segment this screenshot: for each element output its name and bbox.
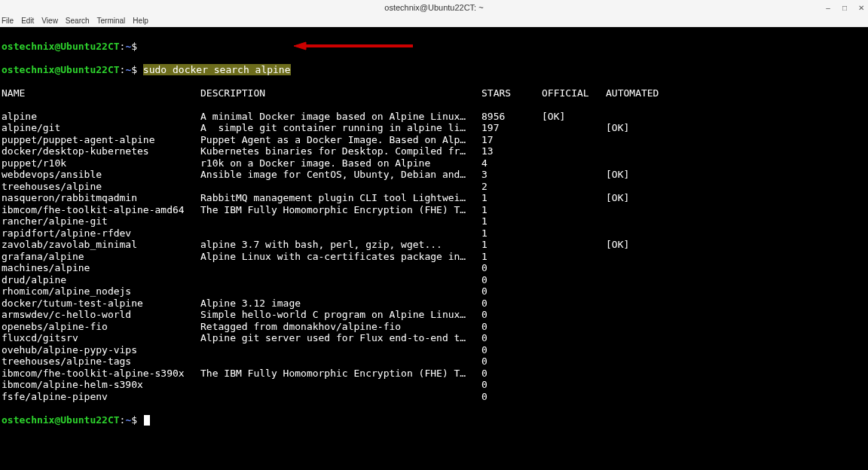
close-button[interactable]: ✕ xyxy=(857,4,865,11)
table-row: docker/desktop-kubernetesKubernetes bina… xyxy=(2,145,866,157)
cell-name: ibmcom/alpine-helm-s390x xyxy=(2,379,200,391)
cell-desc: RabbitMQ management plugin CLI tool Ligh… xyxy=(200,192,481,204)
cell-stars: 0 xyxy=(481,298,542,310)
cell-desc: Alpine 3.12 image xyxy=(200,298,481,310)
table-row: rapidfort/alpine-rfdev1 xyxy=(2,227,866,240)
cell-name: openebs/alpine-fio xyxy=(2,321,200,333)
menu-search[interactable]: Search xyxy=(66,17,90,25)
cell-name: grafana/alpine xyxy=(2,251,200,263)
table-row: treehouses/alpine-tags0 xyxy=(2,356,866,368)
cell-name: treehouses/alpine-tags xyxy=(2,356,200,368)
cell-desc: Kubernetes binaries for Desktop. Compile… xyxy=(200,145,481,157)
cell-desc: The IBM Fully Homomorphic Encryption (FH… xyxy=(200,204,481,216)
cell-stars: 2 xyxy=(481,181,542,193)
cell-name: rapidfort/alpine-rfdev xyxy=(2,227,200,240)
table-row: puppet/r10kr10k on a Docker image. Based… xyxy=(2,157,866,169)
cell-name: rancher/alpine-git xyxy=(2,215,200,227)
cell-name: puppet/puppet-agent-alpine xyxy=(2,134,200,146)
cell-stars: 0 xyxy=(481,391,542,403)
cell-desc: r10k on a Docker image. Based on Alpine xyxy=(200,157,481,169)
table-row: zavolab/zavolab_minimalalpine 3.7 with b… xyxy=(2,239,866,251)
cell-desc: Alpine Linux with ca-certificates packag… xyxy=(200,251,481,263)
cell-name: puppet/r10k xyxy=(2,157,200,169)
table-row: rancher/alpine-git1 xyxy=(2,215,866,227)
header-name: NAME xyxy=(2,87,200,99)
table-row: grafana/alpineAlpine Linux with ca-certi… xyxy=(2,251,866,263)
cell-name: treehouses/alpine xyxy=(2,181,200,193)
table-header: NAMEDESCRIPTIONSTARSOFFICIALAUTOMATED xyxy=(2,87,866,99)
cell-stars: 3 xyxy=(481,169,542,181)
menu-bar: File Edit View Search Terminal Help xyxy=(0,15,868,27)
cell-name: drud/alpine xyxy=(2,274,200,286)
table-row: rhomicom/alpine_nodejs0 xyxy=(2,285,866,298)
cell-stars: 17 xyxy=(481,134,542,146)
cell-desc: Simple hello-world C program on Alpine L… xyxy=(200,309,481,321)
terminal-viewport[interactable]: ostechnix@Ubuntu22CT:~$ ostechnix@Ubuntu… xyxy=(0,27,868,470)
menu-file[interactable]: File xyxy=(2,17,14,25)
prompt-line-final: ostechnix@Ubuntu22CT:~$ xyxy=(2,414,866,426)
cell-stars: 0 xyxy=(481,332,542,344)
cell-stars: 0 xyxy=(481,262,542,274)
table-row: fluxcd/gitsrvAlpine git server used for … xyxy=(2,332,866,344)
cell-stars: 1 xyxy=(481,239,542,251)
cell-stars: 1 xyxy=(481,251,542,263)
cell-name: machines/alpine xyxy=(2,262,200,274)
window-titlebar: ostechnix@Ubuntu22CT: ~ – □ ✕ xyxy=(0,0,868,15)
cell-official: [OK] xyxy=(542,111,606,123)
cell-desc: Ansible image for CentOS, Ubunty, Debian… xyxy=(200,169,481,181)
cell-desc: alpine 3.7 with bash, perl, gzip, wget..… xyxy=(200,239,481,251)
cell-desc: Retagged from dmonakhov/alpine-fio xyxy=(200,321,481,333)
cell-stars: 0 xyxy=(481,344,542,356)
table-row: drud/alpine0 xyxy=(2,274,866,286)
cell-stars: 0 xyxy=(481,309,542,321)
cell-name: rhomicom/alpine_nodejs xyxy=(2,285,200,298)
cell-automated: [OK] xyxy=(606,122,674,134)
table-row: ibmcom/fhe-toolkit-alpine-s390xThe IBM F… xyxy=(2,368,866,380)
cell-desc: A simple git container running in alpine… xyxy=(200,122,481,134)
table-row: treehouses/alpine2 xyxy=(2,181,866,193)
header-stars: STARS xyxy=(481,87,542,99)
cell-name: docker/desktop-kubernetes xyxy=(2,145,200,157)
window-controls: – □ ✕ xyxy=(824,4,865,11)
header-description: DESCRIPTION xyxy=(200,87,481,99)
cell-stars: 13 xyxy=(481,145,542,157)
cell-name: webdevops/ansible xyxy=(2,169,200,181)
prompt-line-command: ostechnix@Ubuntu22CT:~$ sudo docker sear… xyxy=(2,64,866,76)
cell-stars: 0 xyxy=(481,285,542,298)
table-row: ibmcom/fhe-toolkit-alpine-amd64The IBM F… xyxy=(2,204,866,216)
cell-name: docker/tutum-test-alpine xyxy=(2,298,200,310)
cell-stars: 197 xyxy=(481,122,542,134)
cell-name: ovehub/alpine-pypy-vips xyxy=(2,344,200,356)
menu-help[interactable]: Help xyxy=(133,17,148,25)
cell-desc: Alpine git server used for Flux end-to-e… xyxy=(200,332,481,344)
menu-edit[interactable]: Edit xyxy=(21,17,34,25)
table-row: webdevops/ansibleAnsible image for CentO… xyxy=(2,169,866,181)
table-row: ovehub/alpine-pypy-vips0 xyxy=(2,344,866,356)
maximize-button[interactable]: □ xyxy=(841,4,848,11)
menu-view[interactable]: View xyxy=(41,17,58,25)
cell-name: fluxcd/gitsrv xyxy=(2,332,200,344)
table-row: alpine/gitA simple git container running… xyxy=(2,122,866,134)
cell-desc: A minimal Docker image based on Alpine L… xyxy=(200,111,481,123)
menu-terminal[interactable]: Terminal xyxy=(97,17,126,25)
cell-name: alpine xyxy=(2,111,200,123)
table-row: armswdev/c-hello-worldSimple hello-world… xyxy=(2,309,866,321)
cell-stars: 1 xyxy=(481,192,542,204)
header-automated: AUTOMATED xyxy=(606,87,674,99)
cell-desc: The IBM Fully Homomorphic Encryption (FH… xyxy=(200,368,481,380)
cell-automated: [OK] xyxy=(606,169,674,181)
cell-name: ibmcom/fhe-toolkit-alpine-s390x xyxy=(2,368,200,380)
minimize-button[interactable]: – xyxy=(824,4,832,11)
cell-stars: 0 xyxy=(481,368,542,380)
cell-stars: 0 xyxy=(481,274,542,286)
cell-name: zavolab/zavolab_minimal xyxy=(2,239,200,251)
table-row: machines/alpine0 xyxy=(2,262,866,274)
header-official: OFFICIAL xyxy=(542,87,606,99)
cell-desc: Puppet Agent as a Docker Image. Based on… xyxy=(200,134,481,146)
cell-stars: 1 xyxy=(481,204,542,216)
table-row: alpineA minimal Docker image based on Al… xyxy=(2,111,866,123)
table-row: openebs/alpine-fioRetagged from dmonakho… xyxy=(2,321,866,333)
table-row: docker/tutum-test-alpineAlpine 3.12 imag… xyxy=(2,298,866,310)
cell-stars: 0 xyxy=(481,356,542,368)
table-body: alpineA minimal Docker image based on Al… xyxy=(2,111,866,403)
